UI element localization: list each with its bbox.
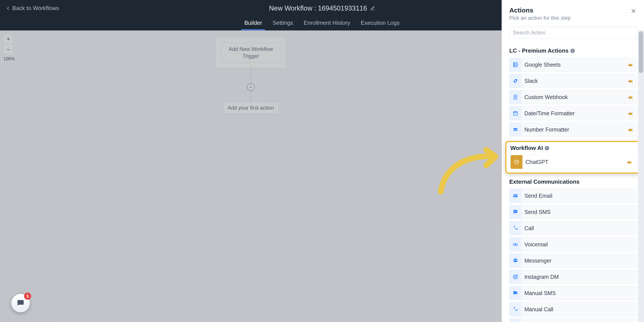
- action-send-sms[interactable]: Send SMS: [509, 205, 636, 219]
- svg-point-28: [516, 275, 517, 276]
- tab-enrollment-history[interactable]: Enrollment History: [298, 20, 355, 30]
- chat-icon: [16, 298, 25, 308]
- workflow-canvas[interactable]: + − 100% Add New Workflow Trigger + Add …: [0, 31, 502, 322]
- close-icon: [630, 8, 636, 14]
- scrollbar-thumb[interactable]: [639, 31, 643, 73]
- manual-call-icon: [510, 302, 521, 316]
- svg-point-19: [514, 211, 515, 212]
- svg-point-29: [516, 307, 518, 309]
- action-manual-sms[interactable]: Manual SMS: [509, 286, 636, 300]
- call-icon: [510, 221, 521, 235]
- action-date-formatter[interactable]: Date/Time Formatter: [509, 106, 636, 120]
- actions-list-scroll[interactable]: LC - Premium Actions i Google Sheets Sla…: [502, 43, 644, 322]
- svg-point-17: [514, 160, 519, 164]
- workflow-title: New Workflow : 1694501933116: [269, 5, 375, 12]
- webhook-icon: [510, 90, 521, 104]
- workflow-title-text: New Workflow : 1694501933116: [269, 5, 367, 12]
- svg-rect-6: [514, 82, 516, 82]
- action-google-sheets[interactable]: Google Sheets: [509, 58, 636, 72]
- edit-title-icon[interactable]: [370, 6, 375, 11]
- sms-icon: [510, 205, 521, 219]
- email-icon: [510, 189, 521, 203]
- instagram-icon: [510, 270, 521, 284]
- tab-settings[interactable]: Settings: [267, 20, 298, 30]
- premium-crown-icon: [628, 94, 633, 100]
- premium-crown-icon: [628, 127, 633, 132]
- panel-subtitle: Pick an action for this step: [509, 15, 636, 21]
- svg-point-27: [514, 276, 516, 278]
- action-manual-call[interactable]: Manual Call: [509, 302, 636, 316]
- svg-text:123: 123: [514, 128, 518, 131]
- svg-point-23: [516, 243, 518, 245]
- search-action-input[interactable]: [509, 27, 636, 39]
- canvas-dim-overlay: [0, 31, 502, 322]
- date-icon: [510, 107, 521, 120]
- svg-rect-11: [514, 112, 517, 115]
- premium-crown-icon: [628, 78, 633, 84]
- action-messenger[interactable]: Messenger: [509, 254, 636, 268]
- svg-point-20: [515, 211, 516, 212]
- action-call[interactable]: Call: [509, 221, 636, 235]
- back-label: Back to Workflows: [12, 5, 59, 12]
- svg-rect-18: [513, 194, 518, 197]
- chat-support-button[interactable]: 5: [12, 294, 30, 312]
- action-number-formatter[interactable]: 123 Number Formatter: [509, 123, 636, 137]
- number-icon: 123: [510, 123, 521, 136]
- action-voicemail[interactable]: Voicemail: [509, 237, 636, 251]
- section-premium-title: LC - Premium Actions i: [509, 47, 636, 54]
- gmb-icon: [510, 319, 521, 322]
- page-scrollbar[interactable]: [638, 31, 644, 322]
- info-icon[interactable]: i: [570, 49, 575, 53]
- workflow-ai-highlight-section: Workflow AI i ChatGPT: [505, 141, 640, 174]
- section-external-title: External Communications: [509, 178, 636, 185]
- tab-execution-logs[interactable]: Execution Logs: [356, 20, 405, 30]
- action-slack[interactable]: Slack: [509, 74, 636, 88]
- tab-builder[interactable]: Builder: [239, 20, 267, 30]
- premium-crown-icon: [628, 62, 633, 68]
- action-send-email[interactable]: Send Email: [509, 189, 636, 203]
- chat-badge: 5: [24, 293, 31, 300]
- slack-icon: [510, 74, 521, 88]
- svg-rect-2: [514, 63, 517, 67]
- main-area: + − 100% Add New Workflow Trigger + Add …: [0, 31, 644, 322]
- info-icon[interactable]: i: [545, 146, 549, 150]
- action-chatgpt[interactable]: ChatGPT: [510, 155, 636, 169]
- svg-point-21: [516, 211, 516, 212]
- voicemail-icon: [510, 238, 521, 251]
- chatgpt-icon: [510, 155, 522, 169]
- manual-sms-icon: [510, 286, 521, 300]
- close-panel-button[interactable]: [630, 8, 636, 14]
- action-gmb-messaging[interactable]: GMB Messaging: [509, 318, 636, 322]
- section-workflow-ai-title: Workflow AI i: [510, 145, 636, 151]
- panel-header: Actions Pick an action for this step: [502, 0, 644, 25]
- svg-rect-5: [515, 79, 517, 80]
- messenger-icon: [510, 254, 521, 267]
- action-custom-webhook[interactable]: Custom Webhook: [509, 90, 636, 104]
- premium-crown-icon: [626, 159, 632, 165]
- sheets-icon: [510, 58, 521, 72]
- svg-point-22: [513, 243, 515, 245]
- back-to-workflows-button[interactable]: Back to Workflows: [5, 5, 59, 12]
- panel-title: Actions: [509, 7, 636, 14]
- premium-crown-icon: [628, 111, 633, 116]
- actions-side-panel: Actions Pick an action for this step LC …: [502, 0, 644, 322]
- chevron-left-icon: [5, 6, 11, 11]
- action-instagram-dm[interactable]: Instagram DM: [509, 270, 636, 284]
